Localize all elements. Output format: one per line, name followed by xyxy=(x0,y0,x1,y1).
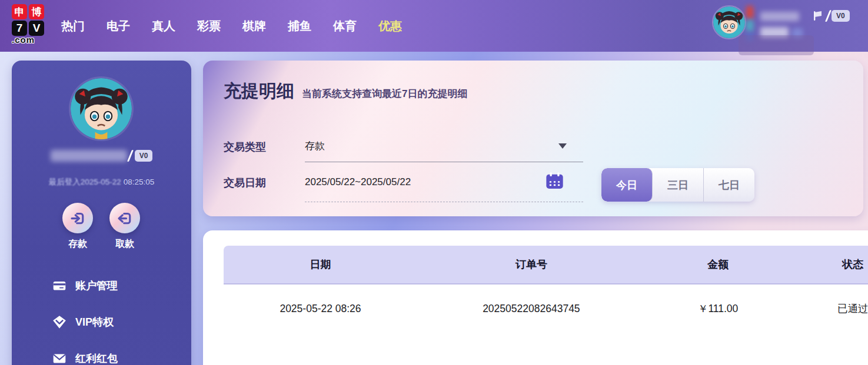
user-status-blur-2 xyxy=(746,20,753,32)
vip-gem-icon xyxy=(52,314,67,330)
records-table-card: 日期 订单号 金额 状态 2025-05-22 08:26 2025052208… xyxy=(203,230,868,365)
filter-card: 充提明细 当前系统支持查询最近7日的充提明细 交易类型 存款 交易日期 2025… xyxy=(203,61,863,216)
sidebar-item-label: 红利红包 xyxy=(75,351,118,365)
vip-flag-icon xyxy=(813,11,826,21)
transaction-date-row: 交易日期 2025/05/22~2025/05/22 xyxy=(224,176,583,190)
cell-status: 已通过 xyxy=(791,302,868,316)
nav-item-hot[interactable]: 热门 xyxy=(61,18,85,34)
date-underline xyxy=(305,202,583,202)
user-avatar[interactable] xyxy=(712,5,746,39)
header-amount: 金额 xyxy=(646,257,791,272)
deposit-arrow-icon xyxy=(69,209,87,227)
tab-seven-days[interactable]: 七日 xyxy=(704,168,754,202)
select-underline xyxy=(305,162,583,162)
transaction-type-select[interactable]: 存款 xyxy=(305,139,583,154)
chevron-down-icon[interactable] xyxy=(558,143,567,149)
page-subtitle: 当前系统支持查询最近7日的充提明细 xyxy=(302,87,467,101)
header-date: 日期 xyxy=(224,257,417,272)
logo-com: .com xyxy=(12,36,46,43)
username-blur xyxy=(760,12,799,21)
withdraw-button[interactable]: 取款 xyxy=(101,203,148,250)
logo-char-2: 博 xyxy=(29,4,44,19)
user-dropdown-hint xyxy=(739,35,814,55)
table-header-row: 日期 订单号 金额 状态 xyxy=(224,246,868,284)
card-icon xyxy=(52,278,67,293)
last-login-text: 最后登入2025-05-22 08:25:05 xyxy=(12,177,191,187)
site-logo[interactable]: 申 博 7 V .com xyxy=(12,4,46,43)
sidebar-username-blur xyxy=(51,150,127,162)
sidebar-avatar[interactable] xyxy=(71,78,132,139)
sidebar-item-vip[interactable]: VIP特权 xyxy=(12,304,191,340)
logo-char-1: 申 xyxy=(12,4,27,19)
sidebar-username-row: V0 xyxy=(12,150,191,162)
range-tab-group: 今日 三日 七日 xyxy=(601,168,754,202)
avatar-image xyxy=(713,6,745,38)
sidebar-item-bonus[interactable]: 红利红包 xyxy=(12,340,191,365)
cell-order-no: 20250522082643745 xyxy=(417,303,646,315)
nav-item-live[interactable]: 真人 xyxy=(152,18,175,34)
date-range-input[interactable]: 2025/05/22~2025/05/22 xyxy=(305,176,583,189)
withdraw-label: 取款 xyxy=(101,238,148,250)
vip-badge-label: V0 xyxy=(832,10,850,22)
avatar-image xyxy=(71,78,132,139)
vip-level-badge[interactable]: V0 xyxy=(813,10,850,22)
sidebar-item-account[interactable]: 账户管理 xyxy=(12,267,191,304)
badge-slash xyxy=(127,150,134,162)
logo-7: 7 xyxy=(12,21,27,36)
envelope-icon xyxy=(52,351,67,365)
header-status: 状态 xyxy=(791,257,868,272)
nav-item-slots[interactable]: 电子 xyxy=(107,18,130,34)
transaction-type-label: 交易类型 xyxy=(224,140,305,154)
sidebar-menu: 账户管理 VIP特权 红利红包 xyxy=(12,267,191,365)
header-order-no: 订单号 xyxy=(417,257,646,272)
table-row: 2025-05-22 08:26 20250522082643745 ￥111.… xyxy=(224,284,868,333)
tab-today[interactable]: 今日 xyxy=(601,168,653,202)
deposit-button[interactable]: 存款 xyxy=(54,203,101,250)
sidebar-item-label: VIP特权 xyxy=(75,315,114,329)
records-table: 日期 订单号 金额 状态 2025-05-22 08:26 2025052208… xyxy=(224,246,868,333)
page-title-row: 充提明细 当前系统支持查询最近7日的充提明细 xyxy=(224,79,467,103)
tab-three-days[interactable]: 三日 xyxy=(653,168,704,202)
deposit-label: 存款 xyxy=(54,238,101,250)
withdraw-arrow-icon xyxy=(116,209,134,227)
top-navigation-bar: 申 博 7 V .com 热门 电子 真人 彩票 棋牌 捕鱼 体育 优惠 xyxy=(0,0,868,52)
transaction-type-row: 交易类型 存款 xyxy=(224,139,583,154)
transaction-type-value: 存款 xyxy=(305,140,325,152)
sidebar-vip-badge: V0 xyxy=(135,150,153,162)
calendar-icon[interactable] xyxy=(545,172,564,190)
transaction-date-label: 交易日期 xyxy=(224,176,305,190)
cell-amount: ￥111.00 xyxy=(646,302,791,316)
user-status-blur xyxy=(746,6,753,19)
cell-date: 2025-05-22 08:26 xyxy=(224,303,417,315)
nav-item-cards[interactable]: 棋牌 xyxy=(242,18,266,34)
sidebar-item-label: 账户管理 xyxy=(75,279,118,293)
nav-item-fishing[interactable]: 捕鱼 xyxy=(288,18,311,34)
sidebar-profile-card: V0 最后登入2025-05-22 08:25:05 存款 取款 xyxy=(12,61,191,365)
logo-v: V xyxy=(29,21,44,36)
main-nav: 热门 电子 真人 彩票 棋牌 捕鱼 体育 优惠 xyxy=(61,0,402,52)
page-title: 充提明细 xyxy=(224,79,294,103)
nav-item-lottery[interactable]: 彩票 xyxy=(197,18,221,34)
nav-item-promo[interactable]: 优惠 xyxy=(378,18,402,34)
nav-item-sports[interactable]: 体育 xyxy=(333,18,357,34)
date-range-value: 2025/05/22~2025/05/22 xyxy=(305,176,411,187)
